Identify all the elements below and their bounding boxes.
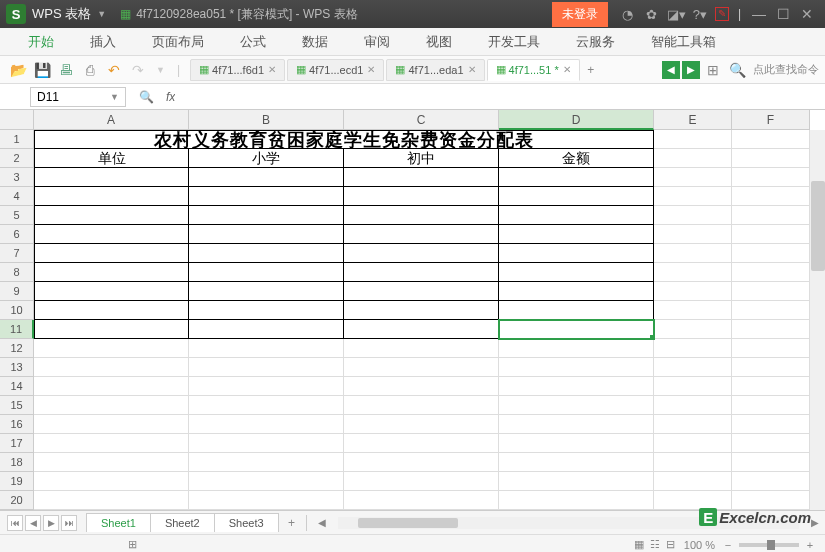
cell[interactable]: [499, 263, 654, 282]
cell[interactable]: [34, 415, 189, 434]
cell[interactable]: [189, 434, 344, 453]
sheet-nav-next[interactable]: ▶: [43, 515, 59, 531]
cell[interactable]: [34, 244, 189, 263]
doc-tab[interactable]: ▦4f71...f6d1✕: [190, 59, 285, 81]
menu-插入[interactable]: 插入: [72, 33, 134, 51]
cell[interactable]: [34, 206, 189, 225]
cell[interactable]: [732, 282, 810, 301]
menu-公式[interactable]: 公式: [222, 33, 284, 51]
cell[interactable]: [344, 320, 499, 339]
cell[interactable]: [34, 225, 189, 244]
view-break-icon[interactable]: ⊟: [666, 538, 675, 551]
cell[interactable]: [499, 168, 654, 187]
cell[interactable]: [732, 339, 810, 358]
save-button[interactable]: 💾: [32, 60, 52, 80]
tab-nav-prev[interactable]: ◀: [662, 61, 680, 79]
row-header-9[interactable]: 9: [0, 282, 34, 301]
cell[interactable]: [499, 187, 654, 206]
menu-智能工具箱[interactable]: 智能工具箱: [633, 33, 734, 51]
active-cell[interactable]: [499, 320, 654, 339]
cell[interactable]: [344, 491, 499, 510]
cell[interactable]: [189, 396, 344, 415]
cell[interactable]: [654, 149, 732, 168]
cell[interactable]: [34, 453, 189, 472]
add-tab-button[interactable]: +: [582, 63, 600, 77]
cell[interactable]: [34, 187, 189, 206]
row-header-1[interactable]: 1: [0, 130, 34, 149]
sheet-nav-prev[interactable]: ◀: [25, 515, 41, 531]
cell[interactable]: 初中: [344, 149, 499, 168]
cell[interactable]: [499, 339, 654, 358]
cell[interactable]: [732, 358, 810, 377]
cell[interactable]: [344, 453, 499, 472]
cell[interactable]: [499, 472, 654, 491]
cell[interactable]: [189, 472, 344, 491]
open-button[interactable]: 📂: [8, 60, 28, 80]
row-header-13[interactable]: 13: [0, 358, 34, 377]
help-icon[interactable]: ?▾: [691, 7, 709, 22]
cell[interactable]: [732, 415, 810, 434]
cell[interactable]: [732, 301, 810, 320]
cell[interactable]: [189, 206, 344, 225]
sheet-tab-Sheet1[interactable]: Sheet1: [86, 513, 151, 532]
cell[interactable]: [654, 377, 732, 396]
row-header-15[interactable]: 15: [0, 396, 34, 415]
col-header-B[interactable]: B: [189, 110, 344, 130]
cell[interactable]: [654, 282, 732, 301]
cell[interactable]: [34, 282, 189, 301]
cell[interactable]: [732, 320, 810, 339]
row-header-20[interactable]: 20: [0, 491, 34, 510]
fill-handle[interactable]: [650, 335, 654, 339]
cell[interactable]: [34, 377, 189, 396]
doc-tab[interactable]: ▦4f71...ecd1✕: [287, 59, 384, 81]
cell[interactable]: [654, 320, 732, 339]
menu-页面布局[interactable]: 页面布局: [134, 33, 222, 51]
vertical-scrollbar[interactable]: [809, 130, 825, 510]
formula-input[interactable]: [175, 87, 825, 107]
select-all-corner[interactable]: [0, 110, 34, 130]
cell[interactable]: [732, 187, 810, 206]
cell[interactable]: [344, 282, 499, 301]
cell[interactable]: [499, 415, 654, 434]
vertical-scroll-thumb[interactable]: [811, 181, 825, 271]
cell[interactable]: [654, 472, 732, 491]
cell-grid[interactable]: 农村义务教育贫困家庭学生免杂费资金分配表单位小学初中金额: [34, 130, 810, 510]
cell[interactable]: [732, 263, 810, 282]
menu-数据[interactable]: 数据: [284, 33, 346, 51]
cell[interactable]: [654, 453, 732, 472]
cell[interactable]: [189, 225, 344, 244]
sheet-tab-Sheet2[interactable]: Sheet2: [150, 513, 215, 532]
settings-icon[interactable]: ✿: [643, 7, 661, 22]
row-header-4[interactable]: 4: [0, 187, 34, 206]
cell[interactable]: [499, 225, 654, 244]
cell[interactable]: [654, 225, 732, 244]
cell[interactable]: [732, 130, 810, 149]
add-sheet-button[interactable]: +: [282, 516, 302, 530]
cell[interactable]: [34, 396, 189, 415]
cell[interactable]: [654, 244, 732, 263]
cell[interactable]: [732, 434, 810, 453]
cell[interactable]: [344, 301, 499, 320]
sync-icon[interactable]: ◔: [619, 7, 637, 22]
minimize-button[interactable]: —: [750, 6, 768, 22]
close-button[interactable]: ✕: [798, 6, 816, 22]
cell[interactable]: [654, 358, 732, 377]
cell[interactable]: [654, 130, 732, 149]
cell[interactable]: 金额: [499, 149, 654, 168]
menu-视图[interactable]: 视图: [408, 33, 470, 51]
row-header-7[interactable]: 7: [0, 244, 34, 263]
cell[interactable]: [732, 377, 810, 396]
cell[interactable]: [189, 282, 344, 301]
menu-开发工具[interactable]: 开发工具: [470, 33, 558, 51]
cell[interactable]: [344, 225, 499, 244]
cell[interactable]: [34, 358, 189, 377]
view-options-button[interactable]: ⊞: [703, 60, 723, 80]
cell[interactable]: [499, 377, 654, 396]
zoom-out-button[interactable]: −: [721, 539, 735, 551]
cell[interactable]: [499, 244, 654, 263]
col-header-D[interactable]: D: [499, 110, 654, 130]
name-box-dropdown-icon[interactable]: ▼: [110, 92, 119, 102]
cell[interactable]: [34, 320, 189, 339]
cell[interactable]: [654, 168, 732, 187]
cell[interactable]: [34, 301, 189, 320]
